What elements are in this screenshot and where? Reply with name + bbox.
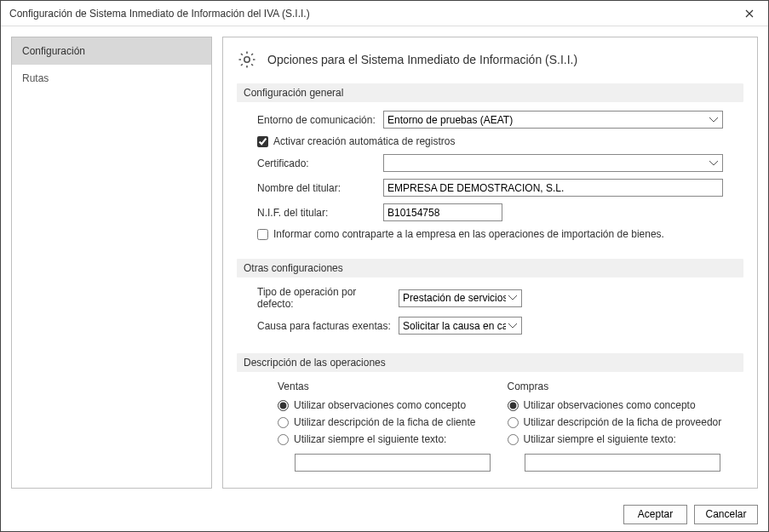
title-bar: Configuración de Sistema Inmediato de In… bbox=[1, 1, 768, 26]
compras-heading: Compras bbox=[508, 380, 724, 392]
compras-texto-input[interactable] bbox=[525, 454, 720, 472]
compras-column: Compras Utilizar observaciones como conc… bbox=[508, 380, 724, 472]
page-title: Opciones para el Sistema Inmediato de In… bbox=[267, 53, 577, 66]
sidebar-item-configuracion[interactable]: Configuración bbox=[12, 37, 211, 65]
informar-checkbox[interactable] bbox=[257, 229, 268, 240]
section-title-desc: Descripción de las operaciones bbox=[237, 353, 743, 372]
svg-point-0 bbox=[244, 57, 250, 62]
page-header: Opciones para el Sistema Inmediato de In… bbox=[237, 49, 743, 70]
sidebar-item-label: Rutas bbox=[22, 72, 49, 84]
compras-opt1-label: Utilizar observaciones como concepto bbox=[524, 399, 696, 411]
section-title-otras: Otras configuraciones bbox=[237, 259, 743, 277]
close-button[interactable] bbox=[731, 1, 768, 26]
entorno-select[interactable]: Entorno de pruebas (AEAT) bbox=[383, 111, 723, 129]
ventas-opt2-label: Utilizar descripción de la ficha de clie… bbox=[294, 416, 475, 428]
dialog-window: Configuración de Sistema Inmediato de In… bbox=[0, 0, 769, 532]
ventas-radio-descripcion[interactable] bbox=[278, 417, 289, 428]
informar-label: Informar como contraparte a la empresa e… bbox=[273, 228, 664, 240]
compras-radio-descripcion[interactable] bbox=[508, 417, 519, 428]
sidebar-item-label: Configuración bbox=[22, 45, 85, 57]
tipo-label: Tipo de operación por defecto: bbox=[257, 286, 392, 310]
certificado-select[interactable] bbox=[383, 154, 723, 172]
entorno-label: Entorno de comunicación: bbox=[257, 114, 376, 126]
window-title: Configuración de Sistema Inmediato de In… bbox=[9, 8, 310, 20]
ventas-opt1-label: Utilizar observaciones como concepto bbox=[294, 399, 466, 411]
sidebar: Configuración Rutas bbox=[11, 37, 212, 489]
ventas-texto-input[interactable] bbox=[295, 454, 491, 472]
tipo-select[interactable]: Prestación de servicios bbox=[399, 289, 522, 307]
ventas-opt3-label: Utilizar siempre el siguiente texto: bbox=[294, 433, 446, 445]
otras-form: Tipo de operación por defecto: Prestació… bbox=[237, 286, 743, 353]
cancel-button[interactable]: Cancelar bbox=[694, 505, 758, 524]
auto-create-label: Activar creación automática de registros bbox=[273, 135, 455, 147]
close-icon bbox=[745, 9, 754, 18]
compras-radio-observaciones[interactable] bbox=[508, 400, 519, 411]
content-area: Configuración Rutas Opciones para el Sis… bbox=[1, 26, 768, 499]
nif-input[interactable] bbox=[383, 203, 502, 221]
causa-select[interactable]: Solicitar la causa en cada bbox=[399, 317, 522, 335]
nombre-input[interactable] bbox=[383, 179, 723, 197]
ventas-heading: Ventas bbox=[278, 380, 494, 392]
sidebar-item-rutas[interactable]: Rutas bbox=[12, 65, 211, 92]
ventas-radio-observaciones[interactable] bbox=[278, 400, 289, 411]
accept-button[interactable]: Aceptar bbox=[623, 505, 687, 524]
compras-radio-texto[interactable] bbox=[508, 434, 519, 445]
nombre-label: Nombre del titular: bbox=[257, 182, 376, 194]
nif-label: N.I.F. del titular: bbox=[257, 207, 376, 219]
main-panel: Opciones para el Sistema Inmediato de In… bbox=[222, 37, 758, 489]
certificado-label: Certificado: bbox=[257, 157, 376, 169]
gear-icon bbox=[237, 49, 257, 70]
causa-label: Causa para facturas exentas: bbox=[257, 320, 392, 332]
section-title-general: Configuración general bbox=[237, 83, 743, 102]
ventas-radio-texto[interactable] bbox=[278, 434, 289, 445]
auto-create-checkbox[interactable] bbox=[257, 136, 268, 147]
compras-opt3-label: Utilizar siempre el siguiente texto: bbox=[524, 433, 676, 445]
general-form: Entorno de comunicación: Entorno de prue… bbox=[237, 111, 743, 259]
desc-columns: Ventas Utilizar observaciones como conce… bbox=[237, 380, 743, 475]
ventas-column: Ventas Utilizar observaciones como conce… bbox=[278, 380, 494, 472]
button-bar: Aceptar Cancelar bbox=[1, 499, 768, 531]
compras-opt2-label: Utilizar descripción de la ficha de prov… bbox=[524, 416, 722, 428]
